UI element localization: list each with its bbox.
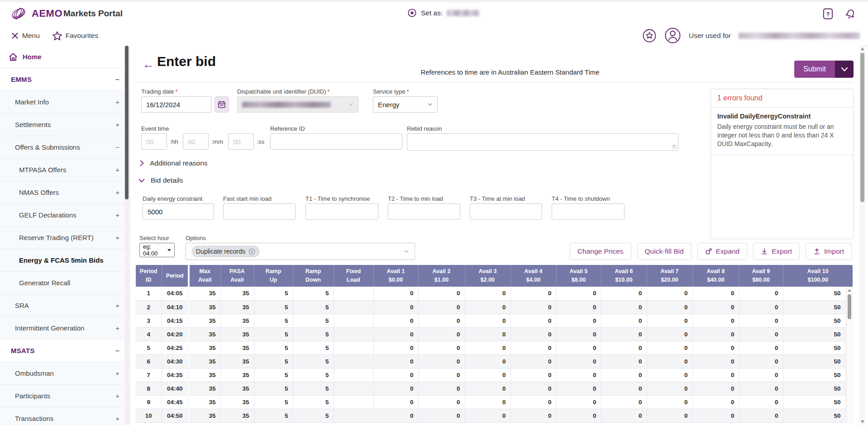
grid-cell[interactable]: 0 [465, 314, 510, 327]
grid-cell[interactable]: 35 [189, 382, 220, 395]
grid-cell[interactable]: 0 [373, 409, 418, 422]
sidebar-item-sra[interactable]: SRA + [0, 294, 129, 317]
grid-cell[interactable]: 0 [418, 368, 465, 382]
grid-cell[interactable] [334, 395, 373, 409]
table-scroll-up-arrow[interactable] [848, 289, 851, 292]
grid-cell[interactable]: 35 [220, 395, 254, 409]
grid-cell[interactable]: 0 [465, 300, 510, 314]
page-scrollbar[interactable] [859, 46, 865, 425]
t4-input[interactable] [552, 203, 625, 220]
grid-cell[interactable]: 50 [783, 395, 845, 409]
grid-cell[interactable]: 5 [293, 300, 334, 314]
favourite-page-icon[interactable] [642, 28, 657, 43]
quick-fill-bid-button[interactable]: Quick-fill Bid [637, 243, 692, 260]
grid-cell[interactable]: 0 [373, 300, 418, 314]
event-time-mm-input[interactable] [183, 133, 209, 150]
grid-cell[interactable]: 0 [556, 314, 601, 327]
additional-reasons-toggle[interactable]: Additional reasons [139, 159, 208, 167]
event-time-ss-input[interactable] [228, 133, 254, 150]
grid-cell[interactable]: 0 [418, 327, 465, 341]
grid-cell[interactable]: 0 [739, 395, 783, 409]
grid-cell[interactable]: 04:10 [162, 300, 189, 314]
grid-cell[interactable]: 0 [739, 382, 783, 395]
grid-cell[interactable]: 5 [293, 354, 334, 368]
grid-cell[interactable]: 7 [136, 368, 162, 382]
grid-cell[interactable]: 0 [556, 382, 601, 395]
grid-cell[interactable]: 0 [601, 395, 647, 409]
grid-cell[interactable]: 0 [601, 382, 647, 395]
back-button[interactable]: ← [143, 57, 154, 71]
duid-select[interactable] [237, 96, 358, 113]
sidebar-item-mtpasa-offers[interactable]: MTPASA Offers + [0, 159, 129, 181]
grid-cell[interactable]: 6 [136, 354, 162, 368]
grid-cell[interactable]: 0 [647, 354, 692, 368]
grid-cell[interactable]: 0 [647, 368, 692, 382]
grid-cell[interactable] [334, 327, 373, 341]
grid-cell[interactable]: 0 [373, 287, 418, 300]
grid-cell[interactable]: 0 [739, 314, 783, 327]
grid-cell[interactable]: 0 [739, 341, 783, 354]
grid-cell[interactable]: 35 [220, 327, 254, 341]
t1-input[interactable] [305, 203, 378, 220]
rebid-reason-textarea[interactable] [407, 133, 678, 151]
page-scrollbar-thumb[interactable] [860, 53, 864, 202]
grid-cell[interactable]: 0 [601, 409, 647, 422]
set-as-control[interactable]: Set as: [407, 8, 479, 18]
grid-cell[interactable]: 0 [465, 327, 510, 341]
calendar-button[interactable] [215, 96, 229, 113]
sidebar-item-intermittent-generation[interactable]: Intermittent Generation + [0, 317, 129, 340]
sidebar-scrollbar[interactable] [124, 46, 129, 425]
grid-cell[interactable]: 0 [739, 409, 783, 422]
grid-cell[interactable]: 5 [254, 287, 293, 300]
grid-cell[interactable]: 0 [556, 327, 601, 341]
grid-cell[interactable]: 35 [220, 287, 254, 300]
grid-cell[interactable]: 5 [254, 314, 293, 327]
grid-cell[interactable]: 0 [601, 341, 647, 354]
sidebar-section-emms[interactable]: EMMS − [0, 68, 129, 91]
t3-input[interactable] [470, 203, 542, 220]
grid-cell[interactable]: 0 [510, 300, 556, 314]
grid-cell[interactable]: 0 [373, 395, 418, 409]
bid-details-toggle[interactable]: Bid details [138, 176, 183, 184]
grid-cell[interactable]: 0 [465, 395, 510, 409]
grid-cell[interactable]: 0 [647, 314, 692, 327]
sidebar-item-generator-recall[interactable]: Generator Recall [0, 272, 129, 294]
grid-cell[interactable]: 0 [647, 287, 692, 300]
grid-cell[interactable]: 0 [647, 409, 692, 422]
grid-cell[interactable] [334, 314, 373, 327]
grid-cell[interactable]: 35 [189, 300, 220, 314]
grid-cell[interactable]: 0 [692, 409, 739, 422]
grid-cell[interactable]: 0 [373, 314, 418, 327]
sidebar-scrollbar-thumb[interactable] [125, 46, 129, 199]
grid-cell[interactable]: 35 [189, 368, 220, 382]
grid-cell[interactable]: 50 [783, 287, 845, 300]
grid-cell[interactable]: 10 [136, 409, 162, 422]
grid-cell[interactable]: 0 [556, 368, 601, 382]
grid-cell[interactable]: 0 [510, 314, 556, 327]
grid-cell[interactable]: 5 [293, 382, 334, 395]
service-type-select[interactable]: Energy [373, 96, 438, 113]
sidebar-item-ombudsman[interactable]: Ombudsman + [0, 362, 129, 385]
grid-cell[interactable] [334, 382, 373, 395]
grid-cell[interactable]: 0 [692, 354, 739, 368]
sidebar-item-participants[interactable]: Participants + [0, 385, 129, 407]
grid-cell[interactable]: 04:40 [162, 382, 189, 395]
grid-cell[interactable]: 0 [418, 382, 465, 395]
grid-cell[interactable]: 50 [783, 314, 845, 327]
grid-cell[interactable]: 0 [510, 368, 556, 382]
grid-cell[interactable]: 0 [418, 314, 465, 327]
t2-input[interactable] [388, 203, 460, 220]
grid-cell[interactable]: 0 [739, 354, 783, 368]
grid-cell[interactable]: 5 [254, 327, 293, 341]
grid-cell[interactable]: 5 [254, 409, 293, 422]
sidebar-item-settlements[interactable]: Settlements + [0, 113, 129, 136]
grid-cell[interactable]: 0 [465, 382, 510, 395]
grid-cell[interactable]: 0 [601, 354, 647, 368]
grid-cell[interactable]: 5 [293, 287, 334, 300]
grid-cell[interactable]: 0 [601, 314, 647, 327]
help-icon[interactable]: ? [822, 8, 834, 20]
sidebar-item-gelf-declarations[interactable]: GELF Declarations + [0, 204, 129, 227]
grid-cell[interactable]: 0 [510, 327, 556, 341]
grid-cell[interactable]: 0 [601, 287, 647, 300]
grid-cell[interactable]: 0 [556, 341, 601, 354]
